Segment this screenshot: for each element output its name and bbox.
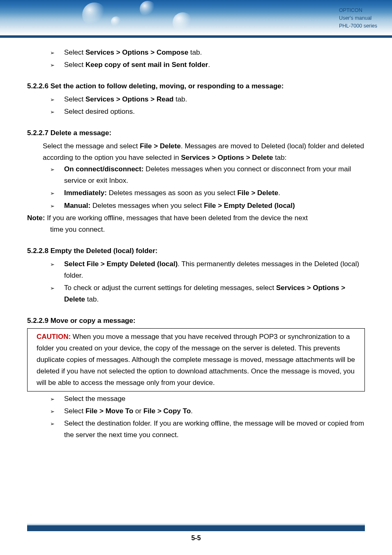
bullet-text: Select Keep copy of sent mail in Sent fo… bbox=[64, 59, 365, 71]
bullet-arrow-icon: ➢ bbox=[50, 106, 64, 117]
bullet-arrow-icon: ➢ bbox=[50, 200, 64, 212]
bullet-arrow-icon: ➢ bbox=[50, 187, 64, 199]
bullet-arrow-icon: ➢ bbox=[50, 59, 64, 71]
header-banner: OPTICON User's manual PHL-7000 series bbox=[0, 0, 392, 35]
bullet-arrow-icon: ➢ bbox=[50, 393, 64, 405]
bullet-arrow-icon: ➢ bbox=[50, 418, 64, 441]
list-item: ➢ Select Services > Options > Compose ta… bbox=[50, 47, 365, 58]
bullet-text: Select the message bbox=[64, 393, 365, 405]
bullet-text: Select File > Move To or File > Copy To. bbox=[64, 405, 365, 417]
note-5227: Note: If you are working offline, messag… bbox=[27, 212, 365, 235]
header-line2: User's manual bbox=[339, 14, 377, 22]
list-item: ➢ To check or adjust the current setting… bbox=[50, 282, 365, 305]
bullet-text: Select the destination folder. If you ar… bbox=[64, 418, 365, 441]
list-item: ➢ Select Services > Options > Read tab. bbox=[50, 94, 365, 105]
list-item: ➢ Select File > Empty Deleted (local). T… bbox=[50, 258, 365, 281]
bullets-5226: ➢ Select Services > Options > Read tab. … bbox=[27, 94, 365, 117]
bullet-text: Select Services > Options > Read tab. bbox=[64, 94, 365, 105]
page-number: 5-5 bbox=[0, 533, 392, 543]
bullet-text: Manual: Deletes messages when you select… bbox=[64, 200, 365, 212]
footer-band bbox=[27, 525, 365, 531]
header-brand: OPTICON bbox=[339, 7, 377, 14]
para-5227: Select the message and select File > Del… bbox=[27, 140, 365, 164]
bullet-arrow-icon: ➢ bbox=[50, 47, 64, 58]
note-label: Note: bbox=[27, 214, 45, 222]
list-item: ➢ Select the message bbox=[50, 393, 365, 405]
caution-text: When you move a message that you have re… bbox=[37, 333, 355, 387]
caution-box: CAUTION: When you move a message that yo… bbox=[27, 328, 365, 391]
intro-bullets: ➢ Select Services > Options > Compose ta… bbox=[27, 47, 365, 71]
bullet-arrow-icon: ➢ bbox=[50, 258, 64, 281]
bullet-text: Select Services > Options > Compose tab. bbox=[64, 47, 365, 58]
heading-5229: 5.2.2.9 Move or copy a message: bbox=[27, 315, 365, 327]
bullet-text: To check or adjust the current settings … bbox=[64, 282, 365, 305]
bullet-text: Select File > Empty Deleted (local). Thi… bbox=[64, 258, 365, 281]
bullets-5228: ➢ Select File > Empty Deleted (local). T… bbox=[27, 258, 365, 305]
bullet-arrow-icon: ➢ bbox=[50, 164, 64, 187]
header-line3: PHL-7000 series bbox=[339, 22, 377, 30]
list-item: ➢ Immediately: Deletes messages as soon … bbox=[50, 187, 365, 199]
bullets-5227: ➢ On connect/disconnect: Deletes message… bbox=[27, 164, 365, 211]
note-text: If you are working offline, messages tha… bbox=[45, 214, 307, 222]
bullet-text: Select desired options. bbox=[64, 106, 365, 117]
bullet-arrow-icon: ➢ bbox=[50, 282, 64, 305]
list-item: ➢ Select desired options. bbox=[50, 106, 365, 117]
caution-label: CAUTION: bbox=[37, 333, 71, 341]
heading-5227: 5.2.2.7 Delete a message: bbox=[27, 127, 365, 139]
bullet-text: Immediately: Deletes messages as soon as… bbox=[64, 187, 365, 199]
list-item: ➢ Select File > Move To or File > Copy T… bbox=[50, 405, 365, 417]
bullets-5229: ➢ Select the message ➢ Select File > Mov… bbox=[27, 393, 365, 441]
list-item: ➢ On connect/disconnect: Deletes message… bbox=[50, 164, 365, 187]
list-item: ➢ Manual: Deletes messages when you sele… bbox=[50, 200, 365, 212]
header-text-block: OPTICON User's manual PHL-7000 series bbox=[339, 7, 377, 30]
heading-5228: 5.2.2.8 Empty the Deleted (local) folder… bbox=[27, 245, 365, 257]
note-text-line2: time you connect. bbox=[27, 224, 365, 235]
list-item: ➢ Select the destination folder. If you … bbox=[50, 418, 365, 441]
list-item: ➢ Select Keep copy of sent mail in Sent … bbox=[50, 59, 365, 71]
bullet-arrow-icon: ➢ bbox=[50, 94, 64, 105]
bullet-arrow-icon: ➢ bbox=[50, 405, 64, 417]
heading-5226: 5.2.2.6 Set the action to follow deletin… bbox=[27, 81, 365, 92]
bullet-text: On connect/disconnect: Deletes messages … bbox=[64, 164, 365, 187]
